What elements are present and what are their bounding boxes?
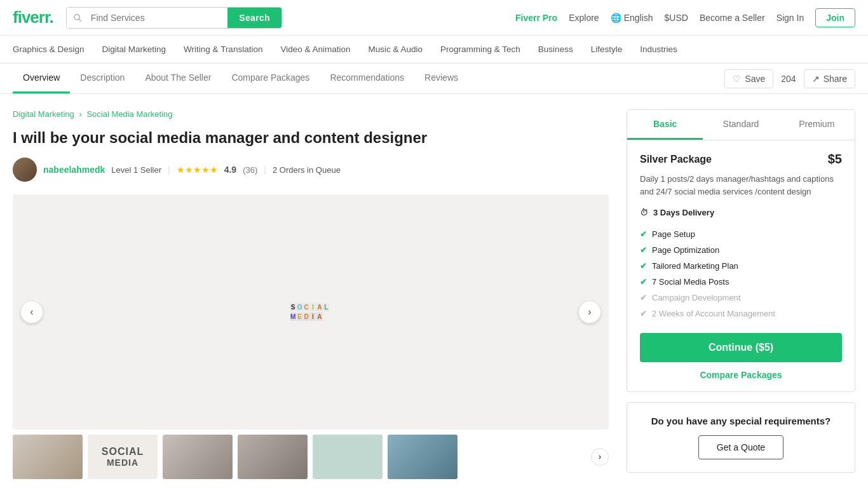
star-rating-icons: ★★★★★ (177, 165, 218, 175)
package-tabs: Basic Standard Premium (627, 110, 855, 140)
explore-link[interactable]: Explore (569, 13, 599, 23)
share-button[interactable]: ↗ Share (804, 69, 855, 88)
cat-nav-graphics[interactable]: Graphics & Design (13, 42, 85, 57)
quote-box: Do you have any special requirements? Ge… (627, 402, 855, 473)
seller-name[interactable]: nabeelahmedk (43, 165, 105, 175)
breadcrumb-child[interactable]: Social Media Marketing (86, 109, 172, 119)
thumbnail-1[interactable] (13, 435, 83, 479)
breadcrumb-separator: › (79, 109, 84, 119)
currency-selector[interactable]: $USD (665, 13, 688, 23)
feature-campaign: ✔ Campaign Development (640, 290, 842, 306)
package-price: $5 (828, 152, 842, 166)
left-column: Digital Marketing › Social Media Marketi… (13, 109, 609, 488)
breadcrumb-parent[interactable]: Digital Marketing (13, 109, 74, 119)
language-selector[interactable]: 🌐English (611, 13, 653, 23)
search-bar: Search (66, 7, 282, 29)
search-icon (67, 8, 88, 28)
feature-account-management: ✔ 2 Weeks of Account Management (640, 306, 842, 322)
share-label: Share (824, 74, 847, 84)
feature-list: ✔ Page Setup ✔ Page Optimization ✔ Tailo… (640, 226, 842, 322)
sub-nav: Overview Description About The Seller Co… (0, 64, 868, 94)
check-icon-5: ✔ (640, 293, 647, 302)
feature-page-optimization: ✔ Page Optimization (640, 242, 842, 258)
get-quote-button[interactable]: Get a Quote (698, 435, 783, 459)
tab-recommendations[interactable]: Recommendations (320, 64, 414, 93)
cat-nav-music[interactable]: Music & Audio (369, 42, 423, 57)
next-image-button[interactable]: › (578, 301, 601, 323)
package-description: Daily 1 posts/2 days manager/hashtags an… (640, 173, 842, 198)
cat-nav-lifestyle[interactable]: Lifestyle (591, 42, 623, 57)
thumbnail-4[interactable] (238, 435, 308, 479)
svg-text:M: M (290, 313, 295, 320)
quote-title: Do you have any special requirements? (640, 416, 842, 426)
feature-label-3: Tailored Marketing Plan (652, 261, 738, 271)
svg-text:O: O (297, 304, 302, 311)
main-gig-image: ‹ S O (13, 194, 609, 430)
sign-in-link[interactable]: Sign In (776, 13, 804, 23)
category-nav: Graphics & Design Digital Marketing Writ… (0, 36, 868, 64)
delivery-text: 3 Days Delivery (653, 208, 714, 217)
check-icon-1: ✔ (640, 229, 647, 239)
package-delivery: ⏱ 3 Days Delivery (640, 208, 842, 217)
continue-button[interactable]: Continue ($5) (640, 333, 842, 362)
thumbnail-3[interactable] (163, 435, 233, 479)
feature-marketing-plan: ✔ Tailored Marketing Plan (640, 258, 842, 274)
cat-nav-programming[interactable]: Programming & Tech (440, 42, 520, 57)
feature-label-6: 2 Weeks of Account Management (652, 309, 775, 318)
prev-image-button[interactable]: ‹ (20, 301, 43, 323)
tab-basic[interactable]: Basic (627, 110, 703, 140)
package-header: Silver Package $5 (640, 152, 842, 166)
svg-text:L: L (324, 304, 328, 311)
cat-nav-industries[interactable]: Industries (640, 42, 677, 57)
tab-overview[interactable]: Overview (13, 64, 70, 93)
svg-text:I: I (312, 313, 314, 320)
thumbnail-next-button[interactable]: › (591, 448, 609, 466)
feature-page-setup: ✔ Page Setup (640, 226, 842, 242)
compare-packages-link[interactable]: Compare Packages (640, 370, 842, 380)
tab-compare-packages[interactable]: Compare Packages (221, 64, 320, 93)
package-name: Silver Package (640, 154, 712, 165)
breadcrumb: Digital Marketing › Social Media Marketi… (13, 109, 609, 119)
thumbnail-2[interactable]: SOCIAL MEDIA (88, 435, 158, 479)
svg-text:C: C (304, 304, 308, 311)
thumbnail-strip: SOCIAL MEDIA › (13, 435, 609, 479)
sub-nav-actions: ♡ Save 204 ↗ Share (724, 69, 855, 88)
avatar (13, 158, 37, 182)
save-button[interactable]: ♡ Save (724, 69, 773, 88)
check-icon-2: ✔ (640, 245, 647, 255)
feature-label-1: Page Setup (652, 229, 695, 239)
cat-nav-video[interactable]: Video & Animation (280, 42, 350, 57)
seller-level: Level 1 Seller (111, 165, 161, 175)
svg-text:E: E (297, 313, 302, 320)
logo[interactable]: fiverr. (13, 8, 53, 27)
heart-icon: ♡ (733, 74, 741, 84)
tab-reviews[interactable]: Reviews (414, 64, 468, 93)
join-button[interactable]: Join (815, 8, 855, 27)
feature-label-5: Campaign Development (652, 293, 740, 302)
main-content: Digital Marketing › Social Media Marketi… (0, 94, 868, 488)
tab-standard[interactable]: Standard (703, 110, 778, 140)
save-label: Save (745, 74, 765, 84)
become-seller-link[interactable]: Become a Seller (700, 13, 765, 23)
image-area: ‹ S O (13, 194, 609, 479)
search-input[interactable] (88, 8, 228, 28)
tab-about-seller[interactable]: About The Seller (135, 64, 221, 93)
cat-nav-digital[interactable]: Digital Marketing (102, 42, 166, 57)
package-content: Silver Package $5 Daily 1 posts/2 days m… (627, 140, 855, 391)
rating-value: 4.9 (224, 165, 236, 175)
svg-text:D: D (304, 313, 308, 320)
thumbnail-5[interactable] (313, 435, 383, 479)
reviews-count: (36) (243, 165, 257, 175)
orders-in-queue: 2 Orders in Queue (273, 165, 341, 175)
clock-icon: ⏱ (640, 208, 648, 217)
tab-description[interactable]: Description (70, 64, 135, 93)
gig-title: I will be your social media manager and … (13, 128, 609, 147)
thumbnail-6[interactable] (388, 435, 458, 479)
search-button[interactable]: Search (227, 8, 281, 28)
top-nav: fiverr. Search Fiverr Pro Explore 🌐Engli… (0, 0, 868, 36)
check-icon-4: ✔ (640, 277, 647, 287)
cat-nav-business[interactable]: Business (538, 42, 573, 57)
fiverr-pro-link[interactable]: Fiverr Pro (515, 13, 557, 23)
tab-premium[interactable]: Premium (779, 110, 855, 140)
cat-nav-writing[interactable]: Writing & Translation (184, 42, 262, 57)
